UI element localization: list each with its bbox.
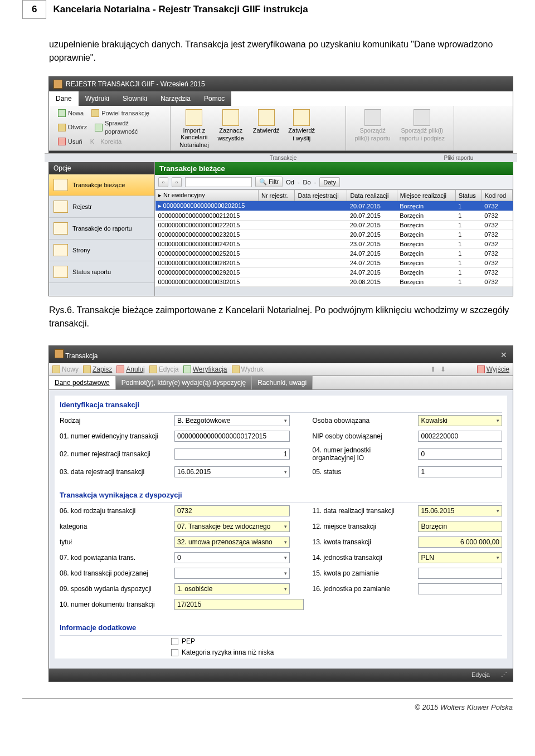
col-status[interactable]: Status [455, 190, 481, 201]
opcja-strony[interactable]: Strony [49, 240, 154, 261]
tab-podmioty[interactable]: Podmiot(y), który(e) wydaje(ą) dyspozycj… [116, 376, 252, 389]
od-label: Od [286, 179, 294, 186]
search-input[interactable] [185, 177, 252, 187]
f10-input[interactable]: 17/2015 [174, 599, 304, 610]
f13-label: 13. kwota transakcji [295, 538, 412, 546]
ryzyko-checkbox[interactable] [171, 649, 178, 656]
f08-input[interactable]: ▾ [174, 568, 290, 579]
import-button[interactable]: Import z KancelariiNotarialnej [175, 108, 213, 149]
f13-input[interactable]: 6 000 000,00 [418, 536, 502, 548]
col-nr-ewid[interactable]: ▸ Nr ewidencyjny [155, 190, 259, 201]
down-button[interactable]: ⬇ [440, 365, 446, 373]
menu-narzedzia[interactable]: Narzędzia [154, 91, 197, 106]
menu-dane[interactable]: Dane [49, 91, 79, 106]
anuluj-button[interactable]: Anuluj [116, 365, 144, 373]
print-icon [232, 365, 240, 373]
pep-label: PEP [182, 637, 195, 645]
table-row[interactable]: ▸ 00000000000000000020201520.07.2015Borz… [155, 201, 513, 211]
menu-pomoc[interactable]: Pomoc [197, 91, 231, 106]
nip-input[interactable]: 0002220000 [418, 431, 502, 442]
col-data-real[interactable]: Data realizacji [347, 190, 397, 201]
close-icon[interactable]: ✕ [500, 350, 507, 359]
weryfikacja-button[interactable]: Weryfikacja [183, 365, 227, 373]
f15-label: 15. kwota po zamianie [295, 569, 412, 577]
f02-input[interactable]: 1 [174, 448, 290, 460]
group-identyfikacja: Identyfikacja transakcji Rodzaj B. Bezgo… [59, 400, 503, 480]
col-miejsce[interactable]: Miejsce realizacji [397, 190, 455, 201]
ribbon-group-pliki: Pliki raportu [400, 153, 517, 162]
f12-input[interactable]: Borzęcin [418, 521, 502, 532]
table-row[interactable]: 00000000000000000030201520.08.2015Borzęc… [155, 277, 513, 287]
col-nr-rej[interactable]: Nr rejestr. [258, 190, 294, 201]
sporzadz-plik-button[interactable]: Sporządźplik(i) raportu [351, 108, 395, 149]
f03-input[interactable]: 16.06.2015▾ [174, 466, 290, 477]
tab-rachunki[interactable]: Rachunki, uwagi [252, 376, 313, 389]
f11-input[interactable]: 15.06.2015▾ [418, 505, 502, 516]
edycja-button[interactable]: Edycja [149, 365, 179, 373]
dialog-title: Transakcja [65, 352, 98, 360]
f04-input[interactable]: 0 [418, 448, 502, 460]
f16-label: 16. jednostka po zamianie [295, 585, 412, 593]
nowa-button[interactable]: Nowa Powiel transakcję [54, 108, 166, 118]
new-icon [52, 365, 60, 373]
wydruk-button[interactable]: Wydruk [232, 365, 264, 373]
f14-select[interactable]: PLN▾ [418, 552, 502, 563]
report-sign-icon [414, 109, 430, 126]
otworz-button[interactable]: Otwórz Sprawdź poprawność [54, 118, 166, 136]
f05-input[interactable]: 1 [418, 466, 502, 477]
pep-checkbox[interactable] [171, 638, 178, 645]
resize-grip-icon[interactable]: ⋰ [501, 671, 507, 679]
table-row[interactable]: 00000000000000000028201524.07.2015Borzęc… [155, 258, 513, 268]
opcja-status-raportu[interactable]: Status raportu [49, 261, 154, 283]
opcja-rejestr[interactable]: Rejestr [49, 196, 154, 218]
nowy-button[interactable]: Nowy [52, 365, 79, 373]
filter-button[interactable]: 🔍 Filtr [255, 177, 283, 187]
f01-input[interactable]: 000000000000000000172015 [174, 431, 290, 442]
wyjscie-button[interactable]: Wyjście [477, 365, 509, 373]
figure-6-caption: Rys.6. Transakcje bieżące zaimportowane … [49, 304, 513, 330]
usun-button[interactable]: Usuń K Korekta [54, 136, 166, 147]
opcja-transakcje-raport[interactable]: Transakcje do raportu [49, 218, 154, 240]
zatwierdz-wyslij-button[interactable]: Zatwierdźi wyślij [284, 108, 319, 149]
zatwierdz-button[interactable]: Zatwierdź [249, 108, 284, 149]
page-number: 6 [22, 0, 46, 19]
menu-wydruki[interactable]: Wydruki [79, 91, 116, 106]
zaznacz-button[interactable]: Zaznaczwszystkie [213, 108, 249, 149]
table-row[interactable]: 00000000000000000025201524.07.2015Borzęc… [155, 249, 513, 258]
app-icon [55, 349, 64, 358]
delete-icon [58, 138, 66, 145]
col-data-rej[interactable]: Data rejestracji [295, 190, 347, 201]
zapisz-button[interactable]: Zapisz [83, 365, 112, 373]
opcja-transakcje-biezace[interactable]: Transakcje bieżące [49, 174, 154, 196]
rodzaj-select[interactable]: B. Bezgotówkowe▾ [174, 415, 290, 426]
sporzadz-podpisz-button[interactable]: Sporządź plik(i)raportu i podpisz [395, 108, 449, 149]
osoba-select[interactable]: Kowalski▾ [418, 415, 502, 426]
f07-input[interactable]: 0▾ [174, 552, 290, 563]
new-btn[interactable]: ▫ [158, 177, 168, 187]
up-button[interactable]: ⬆ [430, 365, 436, 373]
table-row[interactable]: 00000000000000000023201520.07.2015Borzęc… [155, 230, 513, 240]
group-title-info: Informacje dodatkowe [60, 623, 502, 636]
dialog-tabs: Dane podstawowe Podmiot(y), który(e) wyd… [49, 376, 513, 390]
group-title-dyspozycja: Transakcja wynikająca z dyspozycji [60, 491, 502, 503]
f16-input[interactable] [418, 583, 502, 594]
tab-dane-podstawowe[interactable]: Dane podstawowe [49, 376, 116, 389]
table-row[interactable]: 00000000000000000029201524.07.2015Borzęc… [155, 268, 513, 277]
intro-paragraph: uzupełnienie brakujących danych. Transak… [49, 38, 513, 65]
kategoria-select[interactable]: 07. Transakcje bez widocznego▾ [174, 521, 290, 532]
table-row[interactable]: 00000000000000000022201520.07.2015Borzęc… [155, 221, 513, 230]
del-btn[interactable]: ▫ [172, 177, 182, 187]
f06-input[interactable]: 0732 [174, 505, 290, 516]
f07-label: 07. kod powiązania trans. [60, 554, 169, 562]
folder-icon [58, 124, 66, 131]
f09-select[interactable]: 1. osobiście▾ [174, 583, 290, 594]
table-row[interactable]: 00000000000000000024201523.07.2015Borzęc… [155, 240, 513, 249]
table-row[interactable]: 00000000000000000021201520.07.2015Borzęc… [155, 211, 513, 221]
col-kod[interactable]: Kod rod [481, 190, 512, 201]
f15-input[interactable] [418, 568, 502, 579]
menu-slowniki[interactable]: Słowniki [116, 91, 154, 106]
tytul-select[interactable]: 32. umowa przenosząca własno▾ [174, 536, 290, 548]
transakcje-grid[interactable]: ▸ Nr ewidencyjny Nr rejestr. Data rejest… [155, 189, 513, 287]
daty-button[interactable]: Daty [319, 177, 340, 187]
approve-send-icon [293, 109, 310, 126]
